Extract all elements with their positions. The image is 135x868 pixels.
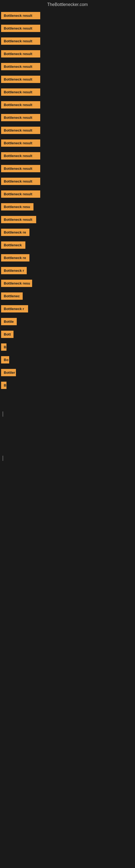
bottleneck-label: Bottleneck result (1, 165, 40, 172)
list-item: Bottleneck result (0, 213, 135, 226)
bottleneck-label: Bottler (1, 369, 16, 376)
bottleneck-label: Bo (1, 356, 9, 364)
list-item: Bottleneck r (0, 264, 135, 277)
list-item: B (0, 379, 135, 392)
list-item: Bottleneck result (0, 48, 135, 60)
bottleneck-bar: B (1, 382, 135, 389)
bottleneck-label: Bottleneck r (1, 267, 27, 274)
list-item: Bottleneck result (0, 150, 135, 162)
site-title: TheBottlenecker.com (0, 0, 135, 9)
list-item: Bottleneck result (0, 35, 135, 48)
list-item: Bottleneck result (0, 137, 135, 150)
list-item: Bottleneck result (0, 9, 135, 22)
list-item: Bottleneck r (0, 303, 135, 315)
bottleneck-label: Bottleneck result (1, 88, 40, 96)
list-item: B (0, 341, 135, 353)
bottleneck-label: Bottleneck result (1, 127, 40, 134)
bottleneck-label: B (1, 343, 6, 351)
bottleneck-label: Bottleneck result (1, 50, 40, 58)
list-item: Bottleneck result (0, 188, 135, 200)
bottleneck-label: Bottle (1, 318, 17, 325)
bottleneck-bar: Bottleneck result (1, 101, 135, 108)
list-item: Bott (0, 328, 135, 341)
bottleneck-bar: Bottler (1, 369, 135, 376)
bottleneck-label: Bott (1, 331, 13, 338)
list-item (0, 444, 135, 452)
bottleneck-bar: Bottleneck result (1, 190, 135, 198)
bottleneck-bar: Bottleneck result (1, 114, 135, 121)
list-item (0, 420, 135, 428)
bottleneck-bar: Bottleneck re (1, 254, 135, 261)
bottleneck-bar: Bottleneck result (1, 127, 135, 134)
list-item: Bottle (0, 315, 135, 328)
list-item: Bottleneck result (0, 22, 135, 35)
bottleneck-label: Bottleneck r (1, 305, 28, 312)
list-item: Bottleneck result (0, 175, 135, 188)
list-item: Bottleneck result (0, 162, 135, 175)
bottleneck-label: Bottleneck result (1, 190, 40, 198)
list-item: Bo (0, 353, 135, 366)
list-item: Bottleneck result (0, 60, 135, 73)
bottleneck-bar: Bottleneck r (1, 267, 135, 274)
bottleneck-bar: Bottlenec (1, 292, 135, 300)
cursor-line: | (1, 411, 135, 417)
list-item (0, 428, 135, 436)
list-item: Bottleneck result (0, 73, 135, 86)
bottleneck-bar: Bo (1, 356, 135, 364)
list-item: Bottleneck result (0, 98, 135, 111)
bottleneck-label: Bottleneck result (1, 76, 40, 83)
cursor-line: | (1, 455, 135, 461)
list-item: Bottleneck resu (0, 277, 135, 290)
bottleneck-label: Bottleneck re (1, 254, 30, 261)
bottleneck-bar: Bottleneck re (1, 229, 135, 236)
bottleneck-bar: Bottleneck result (1, 178, 135, 185)
bottleneck-bar: Bottleneck result (1, 63, 135, 70)
bottleneck-bar: Bottleneck result (1, 88, 135, 96)
bottleneck-label: Bottleneck result (1, 216, 36, 223)
bottleneck-bar: Bottleneck result (1, 76, 135, 83)
bottleneck-bar: Bott (1, 331, 135, 338)
bottleneck-label: Bottleneck result (1, 114, 40, 121)
list-item: Bottleneck result (0, 124, 135, 137)
list-item: | (0, 452, 135, 464)
bottleneck-bar: Bottleneck result (1, 140, 135, 147)
list-item: Bottleneck result (0, 111, 135, 124)
list-item: Bottleneck re (0, 251, 135, 264)
list-item: Bottlenec (0, 290, 135, 303)
bottleneck-label: Bottleneck result (1, 152, 40, 159)
bottleneck-bar: Bottleneck result (1, 25, 135, 32)
bottleneck-label: Bottleneck resu (1, 280, 32, 287)
list-item (0, 436, 135, 444)
bottleneck-label: Bottleneck result (1, 12, 40, 19)
bottleneck-bar: Bottleneck r (1, 305, 135, 312)
bottleneck-bar: Bottleneck result (1, 50, 135, 58)
bottleneck-bar: Bottleneck result (1, 37, 135, 45)
bottleneck-label: Bottleneck re (1, 229, 30, 236)
bottleneck-bar: Bottleneck result (1, 216, 135, 223)
bottleneck-label: B (1, 382, 6, 389)
bottleneck-bar: Bottleneck result (1, 165, 135, 172)
bottleneck-bar: Bottleneck resu (1, 203, 135, 211)
list-item: Bottler (0, 366, 135, 379)
bottleneck-label: Bottlenec (1, 292, 23, 300)
bottleneck-bar: Bottleneck (1, 241, 135, 249)
list-item: Bottleneck (0, 239, 135, 251)
list-item (0, 392, 135, 400)
site-title-text: TheBottlenecker.com (47, 2, 88, 7)
bottleneck-label: Bottleneck result (1, 140, 40, 147)
bottleneck-bar: Bottleneck result (1, 12, 135, 19)
list-item: | (0, 408, 135, 420)
bottleneck-bar: B (1, 343, 135, 351)
list-item: Bottleneck re (0, 226, 135, 239)
bottleneck-bar: Bottleneck resu (1, 280, 135, 287)
bottleneck-label: Bottleneck resu (1, 203, 34, 211)
bottleneck-label: Bottleneck result (1, 101, 40, 108)
bottleneck-label: Bottleneck result (1, 25, 40, 32)
list-item: Bottleneck result (0, 86, 135, 98)
bottleneck-bar: Bottleneck result (1, 152, 135, 159)
list-item (0, 400, 135, 408)
bottleneck-label: Bottleneck (1, 241, 26, 249)
bottleneck-label: Bottleneck result (1, 178, 40, 185)
bottleneck-bar: Bottle (1, 318, 135, 325)
list-item: Bottleneck resu (0, 200, 135, 213)
